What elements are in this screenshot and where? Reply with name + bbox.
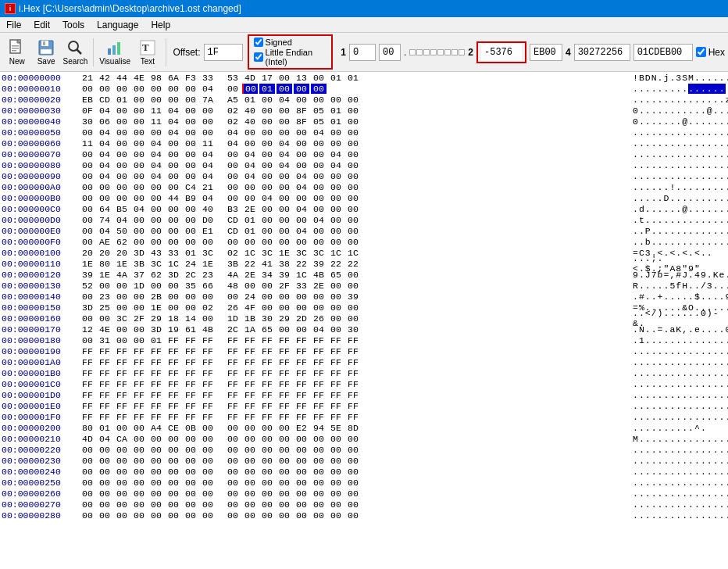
hex-byte[interactable]: CE (166, 423, 181, 433)
hex-byte[interactable]: FF (259, 346, 275, 356)
hex-byte[interactable]: FF (311, 357, 327, 367)
hex-byte[interactable]: 23 (200, 270, 216, 280)
hex-byte[interactable]: FF (148, 401, 164, 411)
hex-byte[interactable]: 1B (242, 313, 258, 324)
hex-byte[interactable]: 00 (225, 478, 241, 488)
hex-byte[interactable]: 33 (166, 248, 181, 258)
hex-byte[interactable]: 00 (345, 467, 361, 477)
hex-byte[interactable]: 00 (131, 445, 147, 455)
hex-byte[interactable]: 00 (277, 292, 292, 302)
hex-byte[interactable]: FF (166, 335, 181, 345)
hex-byte[interactable]: 00 (131, 193, 147, 203)
hex-byte[interactable]: 4D (242, 73, 258, 83)
hex-byte[interactable]: 00 (114, 84, 130, 94)
hex-byte[interactable]: 00 (311, 488, 327, 499)
hex-byte[interactable]: FF (200, 346, 216, 356)
hex-byte[interactable]: 00 (345, 313, 361, 324)
hex-byte[interactable]: 00 (200, 456, 216, 466)
hex-byte[interactable]: 00 (277, 478, 292, 488)
hex-byte[interactable]: FF (277, 346, 292, 356)
hex-byte[interactable]: 00 (148, 499, 164, 510)
hex-byte[interactable]: 37 (131, 270, 147, 280)
hex-byte[interactable]: 00 (131, 95, 147, 105)
hex-byte[interactable]: 00 (80, 467, 95, 477)
hex-byte[interactable]: 00 (345, 171, 361, 181)
hex-byte[interactable]: 00 (80, 215, 95, 225)
hex-byte[interactable]: 00 (328, 281, 344, 291)
hex-byte[interactable]: 00 (131, 467, 147, 477)
hex-byte[interactable]: 00 (294, 488, 309, 499)
hex-byte[interactable]: FF (131, 412, 147, 422)
hex-byte[interactable]: FF (242, 412, 258, 422)
hex-byte[interactable]: 00 (131, 84, 147, 94)
hex-byte[interactable]: 00 (328, 467, 344, 477)
hex-byte[interactable]: FF (97, 368, 112, 378)
hex-byte[interactable]: 00 (242, 445, 258, 455)
hex-byte[interactable]: 00 (345, 160, 361, 170)
hex-byte[interactable]: 00 (311, 84, 327, 94)
hex-byte[interactable]: 22 (328, 259, 344, 269)
hex-byte[interactable]: 00 (345, 302, 361, 313)
hex-byte[interactable]: 00 (97, 281, 112, 291)
hex-byte[interactable]: 00 (131, 138, 147, 149)
hex-byte[interactable]: 00 (131, 127, 147, 138)
hex-byte[interactable]: FF (131, 357, 147, 367)
hex-byte[interactable]: 00 (148, 478, 164, 488)
hex-byte[interactable]: 00 (200, 499, 216, 510)
hex-byte[interactable]: 17 (259, 73, 275, 83)
hex-byte[interactable]: 00 (166, 95, 181, 105)
hex-byte[interactable]: 00 (131, 488, 147, 499)
hex-byte[interactable]: 00 (183, 467, 198, 477)
hex-byte[interactable]: 00 (311, 510, 327, 521)
hex-byte[interactable]: 06 (97, 116, 112, 127)
hex-byte[interactable]: 00 (148, 510, 164, 521)
hex-byte[interactable]: FF (225, 335, 241, 345)
hex-byte[interactable]: 00 (114, 292, 130, 302)
hex-byte[interactable]: 00 (328, 182, 344, 192)
hex-byte[interactable]: 4F (242, 302, 258, 313)
hex-byte[interactable]: 00 (183, 116, 198, 127)
hex-byte[interactable]: 00 (183, 302, 198, 313)
hex-byte[interactable]: FF (242, 335, 258, 345)
hex-byte[interactable]: FF (148, 379, 164, 389)
menu-item-tools[interactable]: Tools (56, 18, 91, 32)
hex-byte[interactable]: 80 (97, 259, 112, 269)
signed-checkbox[interactable] (254, 38, 263, 47)
hex-byte[interactable]: 94 (311, 423, 327, 433)
hex-byte[interactable]: 00 (97, 182, 112, 192)
hex-byte[interactable]: 00 (345, 445, 361, 455)
hex-byte[interactable]: 04 (200, 160, 216, 170)
hex-byte[interactable]: 00 (200, 510, 216, 521)
hex-byte[interactable]: 64 (97, 204, 112, 214)
hex-byte[interactable]: 00 (114, 171, 130, 181)
hex-byte[interactable]: 00 (328, 226, 344, 236)
hex-byte[interactable]: 00 (131, 215, 147, 225)
hex-byte[interactable]: 00 (97, 488, 112, 499)
hex-byte[interactable]: 21 (80, 73, 95, 83)
hex-byte[interactable]: 00 (311, 237, 327, 247)
hex-byte[interactable]: FF (345, 335, 361, 345)
hex-byte[interactable]: 04 (97, 138, 112, 149)
hex-byte[interactable]: 00 (166, 281, 181, 291)
hex-byte[interactable]: FF (131, 368, 147, 378)
hex-byte[interactable]: 04 (131, 204, 147, 214)
hex-byte[interactable]: 01 (242, 95, 258, 105)
hex-byte[interactable]: 26 (225, 302, 241, 313)
hex-byte[interactable]: 00 (242, 138, 258, 149)
hex-byte[interactable]: 00 (183, 160, 198, 170)
hex-byte[interactable]: 00 (242, 237, 258, 247)
hex-byte[interactable]: 00 (311, 434, 327, 444)
hex-byte[interactable]: 04 (166, 127, 181, 138)
hex-byte[interactable]: 04 (148, 138, 164, 149)
hex-byte[interactable]: 01 (242, 215, 258, 225)
hex-byte[interactable]: 00 (148, 467, 164, 477)
hex-byte[interactable]: 1E (80, 259, 95, 269)
hex-byte[interactable]: 01 (259, 84, 275, 94)
hex-byte[interactable]: FF (277, 357, 292, 367)
hex-byte[interactable]: FF (114, 401, 130, 411)
menu-item-edit[interactable]: Edit (27, 18, 56, 32)
hex-byte[interactable]: 01 (183, 248, 198, 258)
hex-byte[interactable]: FF (114, 357, 130, 367)
hex-byte[interactable]: EB (80, 95, 95, 105)
hex-byte[interactable]: 00 (131, 324, 147, 335)
